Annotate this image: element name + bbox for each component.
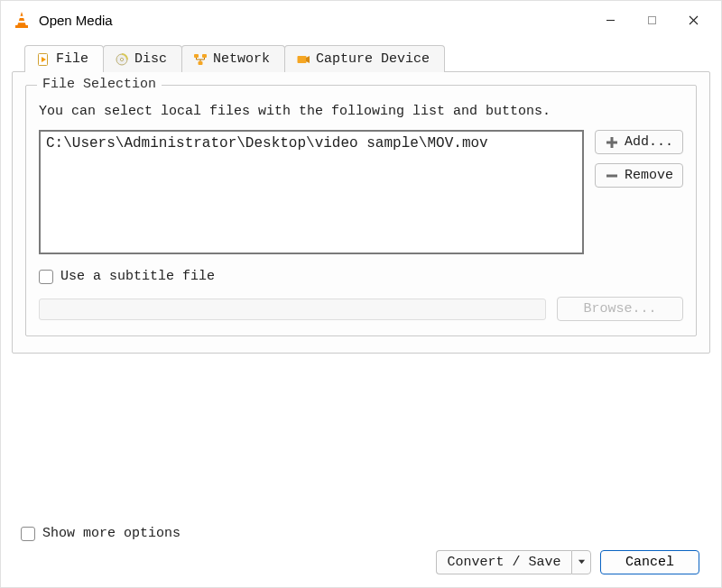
plus-icon xyxy=(605,135,619,150)
tab-disc-label: Disc xyxy=(134,51,167,67)
svg-rect-12 xyxy=(194,54,199,58)
more-options-row: Show more options xyxy=(12,519,710,541)
subtitle-path-input xyxy=(39,299,546,320)
svg-rect-14 xyxy=(199,61,203,65)
file-side-buttons: Add... Remove xyxy=(595,130,683,188)
tab-bar: File Disc Network Capture Device xyxy=(12,44,710,71)
file-selection-title: File Selection xyxy=(37,77,162,92)
chevron-down-icon xyxy=(578,555,586,570)
dialog-body: File Disc Network Capture Device File Se… xyxy=(1,39,721,587)
show-more-options-label: Show more options xyxy=(42,526,180,541)
tab-capture[interactable]: Capture Device xyxy=(284,45,445,72)
add-button[interactable]: Add... xyxy=(595,130,683,154)
window-controls xyxy=(589,5,714,34)
svg-rect-13 xyxy=(202,54,207,58)
browse-button: Browse... xyxy=(557,297,683,321)
capture-device-icon xyxy=(296,52,310,67)
subtitle-checkbox-label: Use a subtitle file xyxy=(60,269,215,284)
remove-button-label: Remove xyxy=(625,168,673,183)
browse-button-label: Browse... xyxy=(583,301,656,317)
svg-rect-1 xyxy=(15,25,28,28)
svg-rect-3 xyxy=(18,21,25,23)
dialog-footer: Convert / Save Cancel xyxy=(12,541,710,587)
add-button-label: Add... xyxy=(625,134,673,150)
maximize-button[interactable] xyxy=(631,5,672,34)
convert-save-label: Convert / Save xyxy=(447,555,560,570)
vlc-icon xyxy=(12,10,32,30)
network-icon xyxy=(193,52,208,67)
tab-file[interactable]: File xyxy=(24,45,104,72)
svg-marker-20 xyxy=(578,560,584,565)
window-title: Open Media xyxy=(39,13,113,28)
file-tab-panel: File Selection You can select local file… xyxy=(12,71,710,354)
file-row: C:\Users\Administrator\Desktop\video sam… xyxy=(39,130,683,254)
remove-button[interactable]: Remove xyxy=(595,163,683,188)
cancel-button[interactable]: Cancel xyxy=(600,550,699,574)
convert-save-split: Convert / Save xyxy=(436,550,591,574)
file-selection-group: File Selection You can select local file… xyxy=(25,85,697,336)
svg-rect-5 xyxy=(648,16,655,23)
tab-network-label: Network xyxy=(213,51,270,67)
subtitle-checkbox[interactable] xyxy=(39,270,53,284)
file-list-item[interactable]: C:\Users\Administrator\Desktop\video sam… xyxy=(46,135,577,152)
subtitle-path-row: Browse... xyxy=(39,297,683,321)
minimize-button[interactable] xyxy=(589,5,631,34)
subtitle-row: Use a subtitle file xyxy=(39,269,683,284)
file-selection-help: You can select local files with the foll… xyxy=(39,104,683,119)
tab-file-label: File xyxy=(56,51,88,67)
svg-point-11 xyxy=(120,58,123,60)
tab-network[interactable]: Network xyxy=(181,45,285,72)
minus-icon xyxy=(605,169,619,183)
svg-rect-2 xyxy=(19,16,24,18)
open-media-window: Open Media File Disc Network Capture De xyxy=(0,0,722,588)
file-icon xyxy=(36,52,51,67)
cancel-button-label: Cancel xyxy=(625,555,674,570)
titlebar: Open Media xyxy=(1,1,721,39)
tab-capture-label: Capture Device xyxy=(316,51,430,67)
convert-save-dropdown[interactable] xyxy=(571,550,591,574)
close-button[interactable] xyxy=(672,5,714,34)
svg-marker-16 xyxy=(306,56,310,63)
tab-disc[interactable]: Disc xyxy=(103,45,182,72)
svg-marker-0 xyxy=(17,12,26,26)
convert-save-button[interactable]: Convert / Save xyxy=(436,550,571,574)
show-more-options-checkbox[interactable] xyxy=(21,527,35,541)
file-list[interactable]: C:\Users\Administrator\Desktop\video sam… xyxy=(39,130,584,254)
svg-rect-15 xyxy=(298,56,307,63)
disc-icon xyxy=(115,52,129,67)
